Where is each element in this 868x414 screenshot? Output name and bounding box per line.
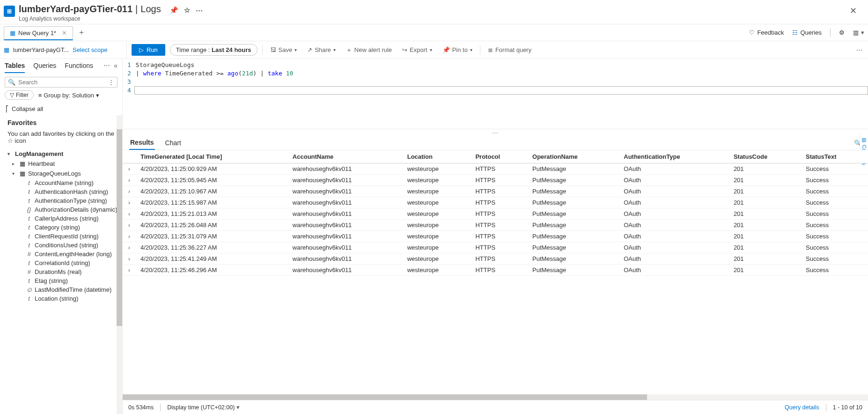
pin-icon[interactable]: 📌 <box>169 6 178 15</box>
table-row[interactable]: ›4/20/2023, 11:25:10.967 AMwarehouseghv6… <box>123 186 868 197</box>
time-range-button[interactable]: Time range : Last 24 hours <box>170 44 257 56</box>
panel-icon: ▥ <box>853 29 859 36</box>
type-icon: t <box>26 295 32 302</box>
play-icon: ▷ <box>139 46 144 53</box>
column-header[interactable]: Protocol <box>471 150 528 163</box>
log-management-group[interactable]: ▾LogManagement <box>2 149 120 159</box>
query-tab[interactable]: ▦ New Query 1* ✕ <box>4 26 73 40</box>
table-row[interactable]: ›4/20/2023, 11:25:21.013 AMwarehouseghv6… <box>123 208 868 220</box>
table-row[interactable]: ›4/20/2023, 11:25:41.249 AMwarehouseghv6… <box>123 253 868 265</box>
expand-row-icon[interactable]: › <box>123 265 136 276</box>
export-button[interactable]: ↪Export▾ <box>399 44 435 55</box>
type-icon: ⊙ <box>26 286 32 293</box>
search-icon: 🔍 <box>8 79 15 86</box>
pin-to-button[interactable]: 📌Pin to▾ <box>440 44 475 55</box>
pager-text: 1 - 10 of 10 <box>833 404 862 411</box>
search-input[interactable] <box>18 79 103 86</box>
expand-row-icon[interactable]: › <box>123 197 136 208</box>
share-button[interactable]: ↗Share▾ <box>304 44 338 55</box>
schema-field[interactable]: tAuthenticationHash (string) <box>12 187 120 196</box>
table-row[interactable]: ›4/20/2023, 11:25:05.945 AMwarehouseghv6… <box>123 175 868 186</box>
scope-name: lumberYard-payGT... <box>13 46 69 53</box>
table-row[interactable]: ›4/20/2023, 11:25:15.987 AMwarehouseghv6… <box>123 197 868 208</box>
select-scope-link[interactable]: Select scope <box>73 46 107 53</box>
table-row[interactable]: ›4/20/2023, 11:25:36.227 AMwarehouseghv6… <box>123 242 868 253</box>
queries-tab[interactable]: Queries <box>33 62 56 73</box>
table-row[interactable]: ›4/20/2023, 11:25:00.929 AMwarehouseghv6… <box>123 163 868 175</box>
column-header[interactable]: TimeGenerated [Local Time] <box>136 150 288 163</box>
results-tab[interactable]: Results <box>129 136 155 150</box>
table-row[interactable]: ›4/20/2023, 11:25:46.296 AMwarehouseghv6… <box>123 265 868 276</box>
expand-row-icon[interactable]: › <box>123 220 136 231</box>
pin-icon: 📌 <box>442 46 450 53</box>
storagequeuelogs-table[interactable]: ▾▦StorageQueueLogs <box>12 169 120 178</box>
expand-row-icon[interactable]: › <box>123 186 136 197</box>
format-query-button[interactable]: ≣Format query <box>485 44 534 55</box>
collapse-all-button[interactable]: ⎡Collapse all <box>0 103 122 115</box>
schema-field[interactable]: {}AuthorizationDetails (dynamic) <box>12 205 120 214</box>
feedback-button[interactable]: ♡Feedback <box>749 29 784 36</box>
schema-field[interactable]: ⊙LastModifiedTime (datetime) <box>12 285 120 294</box>
toolbar-more-button[interactable]: ⋯ <box>854 44 864 55</box>
expand-row-icon[interactable]: › <box>123 242 136 253</box>
query-editor[interactable]: 1234 StorageQueueLogs| where TimeGenerat… <box>123 59 868 129</box>
scope-icon: ▦ <box>4 46 9 53</box>
expand-row-icon[interactable]: › <box>123 163 136 175</box>
settings-button[interactable]: ⚙ <box>839 29 845 36</box>
schema-field[interactable]: tClientRequestId (string) <box>12 232 120 241</box>
schema-field[interactable]: tCategory (string) <box>12 223 120 232</box>
tables-tab[interactable]: Tables <box>5 62 25 73</box>
schema-field[interactable]: #ContentLengthHeader (long) <box>12 250 120 259</box>
functions-tab[interactable]: Functions <box>65 62 93 73</box>
close-button[interactable]: ✕ <box>846 4 861 18</box>
search-input-wrap[interactable]: 🔍 ⋮ <box>5 77 118 88</box>
display-time-button[interactable]: Display time (UTC+02:00) ▾ <box>167 404 240 411</box>
gear-icon: ⚙ <box>839 29 845 36</box>
run-button[interactable]: ▷Run <box>132 44 165 56</box>
resource-type: Log Analytics workspace <box>19 15 846 22</box>
horizontal-scrollbar[interactable] <box>123 394 868 400</box>
schema-field[interactable]: tCallerIpAddress (string) <box>12 214 120 223</box>
sidebar-scrollbar[interactable] <box>117 115 122 414</box>
schema-field[interactable]: tConditionsUsed (string) <box>12 241 120 250</box>
more-icon[interactable]: ⋯ <box>196 6 203 15</box>
expand-row-icon[interactable]: › <box>123 208 136 220</box>
search-more-icon[interactable]: ⋮ <box>108 79 114 86</box>
query-timing: 0s 534ms <box>128 404 154 411</box>
queries-button[interactable]: ☷Queries <box>792 29 822 36</box>
schema-field[interactable]: #DurationMs (real) <box>12 267 120 276</box>
expand-row-icon[interactable]: › <box>123 231 136 242</box>
new-alert-button[interactable]: ＋New alert rule <box>343 44 395 56</box>
close-tab-icon[interactable]: ✕ <box>62 30 67 37</box>
filter-icon: ▽ <box>10 92 14 98</box>
group-by-button[interactable]: ≡Group by: Solution▾ <box>38 92 99 99</box>
query-details-link[interactable]: Query details <box>785 404 819 411</box>
schema-field[interactable]: tAccountName (string) <box>12 178 120 187</box>
schema-field[interactable]: tCorrelationId (string) <box>12 259 120 267</box>
save-button[interactable]: 🖫Save▾ <box>267 44 300 55</box>
table-row[interactable]: ›4/20/2023, 11:25:26.048 AMwarehouseghv6… <box>123 220 868 231</box>
separator <box>830 29 831 37</box>
table-row[interactable]: ›4/20/2023, 11:25:31.079 AMwarehouseghv6… <box>123 231 868 242</box>
split-handle[interactable]: ⋯ <box>123 129 868 134</box>
sidebar-more-icon[interactable]: ⋯ <box>103 62 110 73</box>
schema-field[interactable]: tAuthenticationType (string) <box>12 196 120 205</box>
star-icon[interactable]: ☆ <box>184 6 190 15</box>
filter-button[interactable]: ▽Filter <box>5 90 34 100</box>
schema-field[interactable]: tLocation (string) <box>12 294 120 303</box>
column-header[interactable]: OperationName <box>528 150 619 163</box>
column-header[interactable]: Location <box>403 150 471 163</box>
expand-row-icon[interactable]: › <box>123 253 136 265</box>
format-icon: ≣ <box>488 46 493 53</box>
collapse-sidebar-icon[interactable]: « <box>114 62 118 73</box>
heartbeat-table[interactable]: ▸▦Heartbeat <box>12 159 120 169</box>
column-header[interactable]: StatusCode <box>729 150 801 163</box>
column-header[interactable]: AccountName <box>288 150 403 163</box>
schema-field[interactable]: tEtag (string) <box>12 276 120 285</box>
chart-tab[interactable]: Chart <box>164 136 182 149</box>
column-header[interactable]: AuthenticationType <box>619 150 729 163</box>
column-header[interactable]: StatusText <box>801 150 868 163</box>
expand-row-icon[interactable]: › <box>123 175 136 186</box>
add-tab-button[interactable]: ＋ <box>73 25 90 40</box>
panel-button[interactable]: ▥▾ <box>853 29 864 36</box>
